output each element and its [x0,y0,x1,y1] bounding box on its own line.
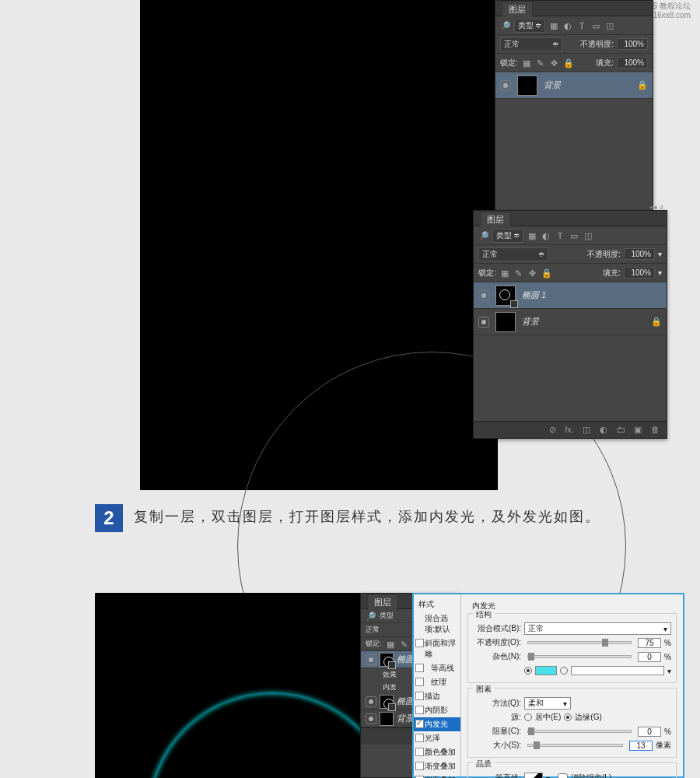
visibility-toggle[interactable] [478,290,489,301]
layers-tab[interactable]: 图层 [480,212,511,227]
source-center-radio[interactable] [524,713,532,721]
lock-brush-icon[interactable]: ✎ [535,58,546,68]
collapse-icon[interactable]: ◂◂ ≡ [649,203,663,211]
layers-empty-area[interactable] [474,335,667,421]
filter-smart-icon[interactable]: ◫ [583,230,593,241]
glow-color-swatch[interactable] [535,666,557,675]
inner-shadow-item[interactable]: 内阴影 [414,703,460,717]
opacity-value[interactable]: 100% [624,248,655,260]
gradient-overlay-item[interactable]: 渐变叠加 [414,759,460,773]
style-category-list: 样式 混合选项:默认 斜面和浮雕 等高线 纹理 描边 内阴影 内发光 光泽 颜色… [414,594,461,776]
filter-shape-icon[interactable]: ▭ [590,20,601,31]
filter-smart-icon[interactable]: ◫ [604,20,615,31]
filter-shape-icon[interactable]: ▭ [569,230,579,241]
visibility-toggle[interactable] [366,696,376,707]
group-icon[interactable]: 🗀 [614,425,628,435]
inner-glow-title: 内发光 [467,599,677,613]
layer-name[interactable]: 椭圆 [397,696,414,707]
canvas-area-2[interactable] [95,593,367,778]
contour-item[interactable]: 等高线 [414,661,460,675]
visibility-toggle[interactable] [500,80,511,91]
blend-options-item[interactable]: 混合选项:默认 [414,612,460,636]
link-layers-icon[interactable]: ⊘ [545,425,559,435]
filter-type-icon[interactable]: T [576,20,587,31]
gradient-radio[interactable] [560,667,568,675]
inner-glow-item[interactable]: 内发光 [414,717,460,731]
search-icon[interactable]: 🔎 [478,230,489,241]
lock-all-icon[interactable]: 🔒 [563,58,574,68]
blend-mode-combo[interactable]: 正常▾ [524,622,671,635]
bevel-item[interactable]: 斜面和浮雕 [414,636,460,661]
filter-type-select[interactable]: 类型 ≑ [514,19,545,33]
lock-move-icon[interactable]: ✥ [549,58,560,68]
opacity-value[interactable]: 100% [617,38,648,50]
layer-row-background[interactable]: 背景 🔒 [474,309,667,335]
layer-name[interactable]: 椭圆 [397,654,414,665]
color-overlay-item[interactable]: 颜色叠加 [414,745,460,759]
source-edge-radio[interactable] [564,713,572,721]
layer-thumbnail[interactable] [380,712,394,726]
blend-mode-select[interactable]: 正常≑ [478,247,548,261]
filter-pixel-icon[interactable]: ▦ [548,20,559,31]
visibility-toggle[interactable] [478,317,489,328]
layer-thumbnail[interactable] [495,312,516,332]
lock-transparent-icon[interactable]: ▦ [521,58,532,68]
layers-tab[interactable]: 图层 [502,2,533,17]
filter-adjust-icon[interactable]: ◐ [562,20,573,31]
search-icon[interactable]: 🔎 [366,611,376,622]
opacity-input[interactable]: 75 [638,638,661,648]
layer-name[interactable]: 椭圆 1 [522,289,546,301]
texture-item[interactable]: 纹理 [414,675,460,689]
search-icon[interactable]: 🔎 [500,20,511,31]
noise-input[interactable]: 0 [638,652,661,662]
layer-name[interactable]: 背景 [522,316,539,328]
lock-all-icon[interactable]: 🔒 [541,268,552,279]
filter-pixel-icon[interactable]: ▦ [527,230,537,241]
choke-input[interactable]: 0 [638,727,661,737]
new-layer-icon[interactable]: ▣ [631,425,645,435]
layers-tab[interactable]: 图层 [367,594,398,610]
lock-brush-icon[interactable]: ✎ [513,268,524,279]
layer-row-ellipse[interactable]: 椭圆 1 [474,282,667,309]
opacity-slider[interactable] [527,641,632,644]
blend-mode[interactable]: 正常 [366,625,380,635]
layer-thumbnail[interactable] [380,695,394,709]
adjustment-icon[interactable]: ◐ [597,425,611,435]
size-slider[interactable] [527,744,623,747]
lock-transparent-icon[interactable]: ▦ [499,268,510,279]
lock-brush-icon[interactable]: ✎ [399,639,410,650]
stroke-item[interactable]: 描边 [414,689,460,703]
visibility-toggle[interactable] [366,713,376,724]
blend-mode-select[interactable]: 正常≑ [500,37,562,51]
size-input[interactable]: 13 [629,741,653,751]
layer-name[interactable]: 背景 [397,713,414,724]
mask-icon[interactable]: ◫ [579,425,593,435]
lock-transparent-icon[interactable]: ▦ [385,639,396,650]
filter-adjust-icon[interactable]: ◐ [541,230,551,241]
step-badge: 2 [95,504,123,532]
satin-item[interactable]: 光泽 [414,731,460,745]
fill-value[interactable]: 100% [617,57,648,68]
contour-picker[interactable] [524,773,543,778]
method-combo[interactable]: 柔和▾ [524,697,571,710]
visibility-toggle[interactable] [366,654,376,665]
fill-label: 填充: [603,268,621,279]
color-radio[interactable] [524,667,532,675]
layer-thumbnail[interactable] [380,653,394,667]
pattern-overlay-item[interactable]: 图案叠加 [414,773,460,778]
fx-icon[interactable]: fx. [562,425,576,435]
lock-move-icon[interactable]: ✥ [527,268,538,279]
delete-icon[interactable]: 🗑 [648,425,662,435]
filter-type-select[interactable]: 类型 ≑ [492,229,523,243]
choke-slider[interactable] [527,730,632,733]
layer-thumbnail[interactable] [517,75,537,96]
layer-thumbnail[interactable] [495,286,516,306]
canvas-area-1[interactable] [140,0,498,490]
layer-name[interactable]: 背景 [544,79,561,91]
filter-type-icon[interactable]: T [555,230,565,241]
glow-gradient-picker[interactable] [571,666,664,675]
layer-row-background[interactable]: 背景 🔒 [495,72,653,99]
anti-alias-checkbox[interactable] [558,773,568,779]
fill-value[interactable]: 100% [624,267,655,279]
noise-slider[interactable] [527,655,632,658]
